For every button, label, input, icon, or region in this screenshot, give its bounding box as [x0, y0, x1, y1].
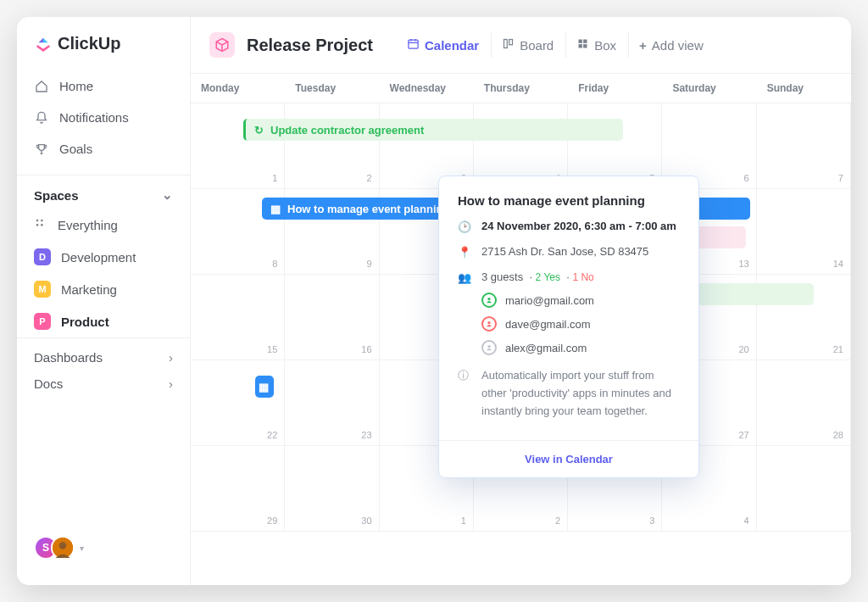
sidebar-item-product[interactable]: P Product	[17, 305, 190, 337]
day-header: Friday	[568, 74, 662, 103]
brand-name: ClickUp	[58, 34, 120, 53]
guest-status-icon	[481, 293, 497, 308]
guest-row: dave@gmail.com	[481, 316, 680, 332]
popover-datetime: 🕑 24 November 2020, 6:30 am - 7:00 am	[458, 220, 680, 233]
pin-icon: 📍	[458, 246, 470, 259]
day-header: Tuesday	[285, 74, 379, 103]
day-header: Monday	[191, 74, 285, 103]
spaces-header[interactable]: Spaces ⌄	[17, 175, 190, 209]
guest-status-icon	[481, 340, 497, 355]
brand-logo: ClickUp	[17, 34, 190, 67]
chevron-down-icon: ⌄	[162, 187, 173, 203]
nav-notifications[interactable]: Notifications	[17, 102, 190, 133]
popover-location: 📍 2715 Ash Dr. San Jose, SD 83475	[458, 245, 680, 259]
popover-guests: 👥 3 guests · 2 Yes · 1 No	[458, 270, 680, 284]
app-window: ClickUp Home Notifications Goals Spaces …	[17, 17, 851, 585]
day-cell[interactable]: 7	[757, 103, 851, 189]
view-tabs: Calendar Board Box + Add view	[397, 32, 714, 58]
box-icon	[576, 37, 589, 53]
day-cell[interactable]: 28	[757, 360, 851, 446]
sidebar: ClickUp Home Notifications Goals Spaces …	[17, 17, 191, 585]
svg-point-2	[36, 224, 39, 226]
main-content: Release Project Calendar Board Box + Add…	[191, 17, 851, 585]
svg-point-0	[36, 220, 39, 222]
svg-point-15	[487, 345, 490, 348]
guest-row: mario@gmail.com	[481, 293, 680, 308]
svg-rect-7	[504, 40, 508, 48]
day-cell[interactable]: 23	[285, 360, 379, 446]
everything-icon	[34, 217, 47, 233]
day-header: Wednesday	[380, 74, 474, 103]
svg-rect-11	[579, 44, 582, 47]
sidebar-item-label: Marketing	[61, 282, 117, 297]
svg-point-1	[41, 220, 43, 222]
project-icon	[209, 32, 235, 58]
event-popover: How to manage event planning 🕑 24 Novemb…	[438, 176, 699, 478]
logo-icon	[34, 35, 53, 53]
svg-rect-8	[509, 40, 513, 45]
day-cell[interactable]: 1	[191, 103, 285, 189]
chevron-right-icon: ›	[169, 376, 173, 391]
guest-list: mario@gmail.com dave@gmail.com alex@gmai…	[458, 293, 680, 355]
avatar	[51, 536, 75, 560]
popover-description: ⓘ Automatically import your stuff from o…	[458, 367, 680, 420]
day-cell[interactable]	[757, 446, 851, 532]
day-cell[interactable]: 15	[191, 275, 285, 360]
day-cell[interactable]: 2	[285, 103, 379, 189]
day-cell[interactable]: 30	[285, 446, 379, 532]
day-headers: Monday Tuesday Wednesday Thursday Friday…	[191, 74, 851, 103]
svg-point-14	[487, 321, 490, 324]
day-cell[interactable]: 14	[757, 189, 851, 275]
space-badge: M	[34, 281, 51, 298]
event-bar[interactable]: ▦	[255, 376, 274, 398]
tab-calendar[interactable]: Calendar	[397, 32, 489, 58]
nav-goals[interactable]: Goals	[17, 133, 190, 164]
guest-status-icon	[481, 316, 497, 332]
sidebar-nav: Home Notifications Goals	[17, 67, 190, 168]
sync-icon: ↻	[254, 124, 264, 137]
sidebar-item-label: Product	[61, 315, 109, 329]
calendar-icon	[407, 37, 420, 53]
tab-add-view[interactable]: + Add view	[628, 32, 714, 58]
sidebar-item-dashboards[interactable]: Dashboards ›	[17, 337, 190, 376]
project-title: Release Project	[247, 36, 373, 55]
svg-rect-12	[583, 44, 587, 47]
info-icon: ⓘ	[458, 368, 470, 383]
sidebar-item-docs[interactable]: Docs ›	[17, 376, 190, 403]
tab-box[interactable]: Box	[565, 32, 626, 58]
home-icon	[34, 80, 49, 93]
clock-icon: 🕑	[458, 220, 470, 233]
chevron-right-icon: ›	[169, 350, 173, 365]
event-contractor[interactable]: ↻ Update contractor agreement	[243, 119, 623, 141]
bell-icon	[34, 111, 49, 125]
day-cell[interactable]: 29	[191, 446, 285, 532]
calendar-icon: ▦	[270, 203, 281, 215]
svg-rect-6	[409, 40, 418, 48]
space-badge: D	[34, 248, 51, 265]
svg-rect-9	[579, 40, 582, 43]
svg-point-5	[59, 542, 67, 549]
nav-home[interactable]: Home	[17, 70, 190, 102]
popover-title: How to manage event planning	[458, 193, 680, 208]
svg-point-3	[41, 224, 43, 226]
sidebar-item-everything[interactable]: Everything	[17, 209, 190, 241]
trophy-icon	[34, 142, 49, 156]
topbar: Release Project Calendar Board Box + Add…	[191, 17, 851, 74]
chevron-down-icon: ▾	[80, 543, 84, 553]
day-cell[interactable]: 16	[285, 275, 379, 360]
tab-board[interactable]: Board	[491, 32, 564, 58]
day-header: Thursday	[474, 74, 568, 103]
view-in-calendar-link[interactable]: View in Calendar	[439, 440, 698, 477]
nav-label: Home	[59, 79, 93, 93]
nav-label: Goals	[59, 142, 92, 156]
sidebar-item-label: Development	[61, 250, 136, 265]
svg-rect-10	[583, 40, 587, 43]
sidebar-item-development[interactable]: D Development	[17, 241, 190, 273]
calendar-icon: ▦	[259, 381, 269, 393]
calendar-view: Monday Tuesday Wednesday Thursday Friday…	[191, 74, 851, 585]
sidebar-item-label: Everything	[58, 218, 118, 232]
day-header: Sunday	[757, 74, 851, 103]
day-cell[interactable]: 22	[191, 360, 285, 446]
sidebar-item-marketing[interactable]: M Marketing	[17, 273, 190, 305]
user-avatars[interactable]: S ▾	[17, 536, 190, 568]
